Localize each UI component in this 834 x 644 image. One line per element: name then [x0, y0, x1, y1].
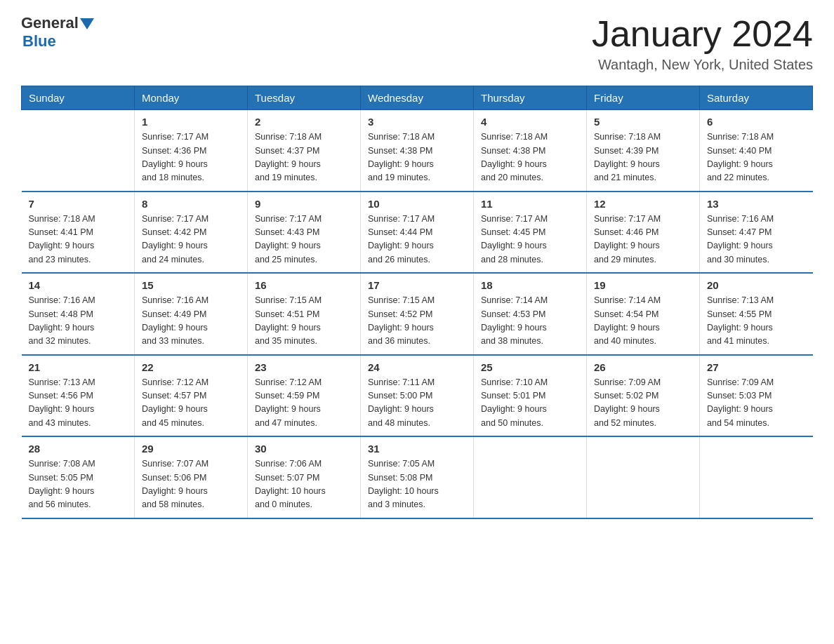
calendar-week-row: 21Sunrise: 7:13 AM Sunset: 4:56 PM Dayli…: [22, 355, 813, 437]
day-info: Sunrise: 7:13 AM Sunset: 4:55 PM Dayligh…: [707, 294, 806, 349]
day-info: Sunrise: 7:05 AM Sunset: 5:08 PM Dayligh…: [368, 457, 466, 512]
calendar-cell: 8Sunrise: 7:17 AM Sunset: 4:42 PM Daylig…: [135, 192, 248, 274]
day-number: 29: [142, 443, 240, 455]
day-number: 5: [594, 116, 692, 128]
day-info: Sunrise: 7:18 AM Sunset: 4:41 PM Dayligh…: [29, 213, 128, 267]
weekday-header-monday: Monday: [135, 86, 248, 110]
calendar-cell: 6Sunrise: 7:18 AM Sunset: 4:40 PM Daylig…: [700, 110, 813, 192]
day-number: 12: [594, 198, 692, 210]
day-info: Sunrise: 7:17 AM Sunset: 4:45 PM Dayligh…: [481, 213, 579, 267]
day-number: 3: [368, 116, 466, 128]
calendar-cell: [700, 436, 813, 518]
day-info: Sunrise: 7:16 AM Sunset: 4:49 PM Dayligh…: [142, 294, 240, 349]
logo-triangle-icon: [80, 18, 94, 29]
calendar-cell: 29Sunrise: 7:07 AM Sunset: 5:06 PM Dayli…: [135, 436, 248, 518]
day-info: Sunrise: 7:11 AM Sunset: 5:00 PM Dayligh…: [368, 376, 466, 431]
day-number: 10: [368, 198, 466, 210]
calendar-cell: 25Sunrise: 7:10 AM Sunset: 5:01 PM Dayli…: [474, 355, 587, 437]
day-info: Sunrise: 7:17 AM Sunset: 4:44 PM Dayligh…: [368, 213, 466, 267]
day-info: Sunrise: 7:16 AM Sunset: 4:48 PM Dayligh…: [29, 294, 128, 349]
calendar-table: SundayMondayTuesdayWednesdayThursdayFrid…: [21, 86, 813, 519]
day-number: 20: [707, 279, 806, 291]
day-info: Sunrise: 7:14 AM Sunset: 4:53 PM Dayligh…: [481, 294, 579, 349]
weekday-header-row: SundayMondayTuesdayWednesdayThursdayFrid…: [22, 86, 813, 110]
title-block: January 2024 Wantagh, New York, United S…: [592, 14, 813, 73]
day-number: 28: [29, 443, 128, 455]
calendar-week-row: 14Sunrise: 7:16 AM Sunset: 4:48 PM Dayli…: [22, 273, 813, 355]
day-number: 13: [707, 198, 806, 210]
day-number: 24: [368, 361, 466, 373]
day-number: 21: [29, 361, 128, 373]
day-number: 1: [142, 116, 240, 128]
day-info: Sunrise: 7:18 AM Sunset: 4:37 PM Dayligh…: [255, 130, 353, 185]
calendar-cell: 24Sunrise: 7:11 AM Sunset: 5:00 PM Dayli…: [361, 355, 474, 437]
weekday-header-wednesday: Wednesday: [361, 86, 474, 110]
day-number: 17: [368, 279, 466, 291]
calendar-cell: 27Sunrise: 7:09 AM Sunset: 5:03 PM Dayli…: [700, 355, 813, 437]
day-info: Sunrise: 7:08 AM Sunset: 5:05 PM Dayligh…: [29, 457, 128, 512]
day-info: Sunrise: 7:17 AM Sunset: 4:42 PM Dayligh…: [142, 213, 240, 267]
calendar-cell: 21Sunrise: 7:13 AM Sunset: 4:56 PM Dayli…: [22, 355, 135, 437]
day-info: Sunrise: 7:12 AM Sunset: 4:59 PM Dayligh…: [255, 376, 353, 431]
day-info: Sunrise: 7:15 AM Sunset: 4:51 PM Dayligh…: [255, 294, 353, 349]
calendar-cell: 3Sunrise: 7:18 AM Sunset: 4:38 PM Daylig…: [361, 110, 474, 192]
weekday-header-tuesday: Tuesday: [248, 86, 361, 110]
calendar-cell: 20Sunrise: 7:13 AM Sunset: 4:55 PM Dayli…: [700, 273, 813, 355]
day-info: Sunrise: 7:17 AM Sunset: 4:36 PM Dayligh…: [142, 130, 240, 185]
day-number: 14: [29, 279, 128, 291]
calendar-cell: 17Sunrise: 7:15 AM Sunset: 4:52 PM Dayli…: [361, 273, 474, 355]
day-info: Sunrise: 7:09 AM Sunset: 5:03 PM Dayligh…: [707, 376, 806, 431]
calendar-cell: 9Sunrise: 7:17 AM Sunset: 4:43 PM Daylig…: [248, 192, 361, 274]
day-number: 2: [255, 116, 353, 128]
calendar-cell: 1Sunrise: 7:17 AM Sunset: 4:36 PM Daylig…: [135, 110, 248, 192]
day-info: Sunrise: 7:17 AM Sunset: 4:43 PM Dayligh…: [255, 213, 353, 267]
location-subtitle: Wantagh, New York, United States: [592, 57, 813, 73]
day-info: Sunrise: 7:07 AM Sunset: 5:06 PM Dayligh…: [142, 457, 240, 512]
calendar-week-row: 1Sunrise: 7:17 AM Sunset: 4:36 PM Daylig…: [22, 110, 813, 192]
calendar-cell: 28Sunrise: 7:08 AM Sunset: 5:05 PM Dayli…: [22, 436, 135, 518]
calendar-cell: [587, 436, 700, 518]
calendar-cell: 13Sunrise: 7:16 AM Sunset: 4:47 PM Dayli…: [700, 192, 813, 274]
day-info: Sunrise: 7:16 AM Sunset: 4:47 PM Dayligh…: [707, 213, 806, 267]
day-number: 23: [255, 361, 353, 373]
day-number: 30: [255, 443, 353, 455]
calendar-cell: 12Sunrise: 7:17 AM Sunset: 4:46 PM Dayli…: [587, 192, 700, 274]
day-info: Sunrise: 7:15 AM Sunset: 4:52 PM Dayligh…: [368, 294, 466, 349]
calendar-cell: 15Sunrise: 7:16 AM Sunset: 4:49 PM Dayli…: [135, 273, 248, 355]
logo-blue-text: Blue: [22, 32, 56, 51]
day-number: 25: [481, 361, 579, 373]
day-info: Sunrise: 7:18 AM Sunset: 4:38 PM Dayligh…: [368, 130, 466, 185]
calendar-cell: [474, 436, 587, 518]
day-info: Sunrise: 7:09 AM Sunset: 5:02 PM Dayligh…: [594, 376, 692, 431]
day-number: 22: [142, 361, 240, 373]
calendar-cell: 16Sunrise: 7:15 AM Sunset: 4:51 PM Dayli…: [248, 273, 361, 355]
day-number: 8: [142, 198, 240, 210]
page-header: General Blue January 2024 Wantagh, New Y…: [21, 14, 813, 73]
weekday-header-saturday: Saturday: [700, 86, 813, 110]
calendar-cell: 7Sunrise: 7:18 AM Sunset: 4:41 PM Daylig…: [22, 192, 135, 274]
calendar-week-row: 7Sunrise: 7:18 AM Sunset: 4:41 PM Daylig…: [22, 192, 813, 274]
day-number: 18: [481, 279, 579, 291]
calendar-cell: 11Sunrise: 7:17 AM Sunset: 4:45 PM Dayli…: [474, 192, 587, 274]
day-number: 19: [594, 279, 692, 291]
day-number: 11: [481, 198, 579, 210]
day-number: 27: [707, 361, 806, 373]
day-number: 15: [142, 279, 240, 291]
day-info: Sunrise: 7:14 AM Sunset: 4:54 PM Dayligh…: [594, 294, 692, 349]
calendar-cell: 18Sunrise: 7:14 AM Sunset: 4:53 PM Dayli…: [474, 273, 587, 355]
day-info: Sunrise: 7:12 AM Sunset: 4:57 PM Dayligh…: [142, 376, 240, 431]
day-info: Sunrise: 7:18 AM Sunset: 4:40 PM Dayligh…: [707, 130, 806, 185]
weekday-header-friday: Friday: [587, 86, 700, 110]
logo-general-text: General: [21, 14, 79, 32]
calendar-cell: 4Sunrise: 7:18 AM Sunset: 4:38 PM Daylig…: [474, 110, 587, 192]
day-info: Sunrise: 7:06 AM Sunset: 5:07 PM Dayligh…: [255, 457, 353, 512]
day-number: 4: [481, 116, 579, 128]
calendar-week-row: 28Sunrise: 7:08 AM Sunset: 5:05 PM Dayli…: [22, 436, 813, 518]
calendar-cell: 19Sunrise: 7:14 AM Sunset: 4:54 PM Dayli…: [587, 273, 700, 355]
calendar-cell: 23Sunrise: 7:12 AM Sunset: 4:59 PM Dayli…: [248, 355, 361, 437]
day-info: Sunrise: 7:10 AM Sunset: 5:01 PM Dayligh…: [481, 376, 579, 431]
logo: General Blue: [21, 14, 94, 51]
day-number: 9: [255, 198, 353, 210]
day-info: Sunrise: 7:17 AM Sunset: 4:46 PM Dayligh…: [594, 213, 692, 267]
calendar-cell: 2Sunrise: 7:18 AM Sunset: 4:37 PM Daylig…: [248, 110, 361, 192]
